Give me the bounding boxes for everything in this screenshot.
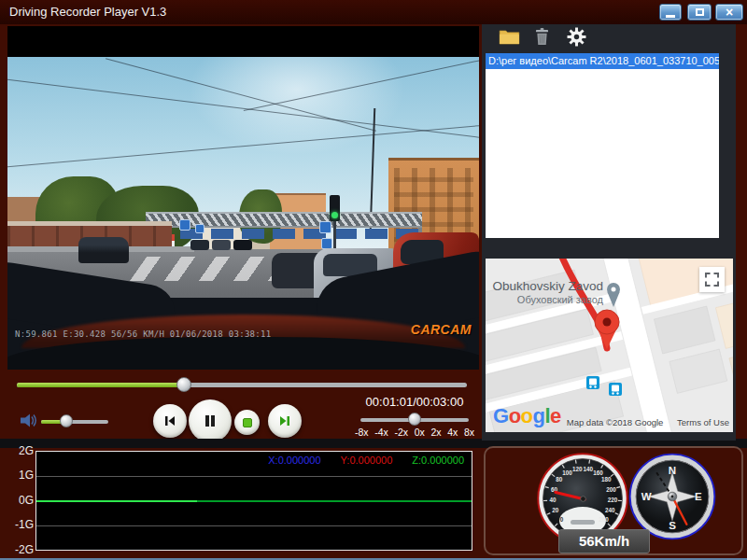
speed-label: -8x: [355, 427, 369, 438]
map-place-label: Obukhovskiy Zavod: [486, 279, 603, 293]
gantry-sign-panels: [149, 229, 418, 239]
volume-thumb[interactable]: [60, 414, 73, 427]
close-icon: ×: [726, 6, 733, 20]
map-data-credit: Map data ©2018 Google: [567, 417, 664, 427]
speed-label: -2x: [394, 427, 408, 438]
svg-text:S: S: [669, 520, 676, 531]
dashcam-frame: N:59.861 E:30.428 56/56 KM/H 01/06/2018 …: [7, 57, 479, 370]
file-list-item[interactable]: D:\рег видео\Carcam R2\2018_0601_033710_…: [486, 53, 719, 69]
speed-label: -4x: [374, 427, 388, 438]
gsensor-legend: X:0.000000 Y:0.000000 Z:0.000000: [268, 455, 464, 466]
carcam-watermark: CARCAM: [411, 322, 472, 337]
svg-text:100: 100: [562, 469, 572, 476]
map-attribution: Map data ©2018 Google Terms of Use: [567, 417, 729, 427]
trash-icon: [535, 27, 549, 46]
pause-button[interactable]: [189, 399, 232, 442]
volume-button[interactable]: [20, 413, 38, 428]
window-title: Driving Recorder Player V1.3: [9, 5, 166, 19]
g-axis-label: 2G: [6, 444, 34, 457]
z-value: Z:0.000000: [412, 455, 464, 466]
g-axis-label: -2G: [6, 543, 34, 556]
g-axis-label: -1G: [6, 518, 34, 531]
transit-icon: [586, 376, 599, 389]
distant-cars: [190, 240, 252, 250]
stop-icon: [243, 418, 252, 427]
svg-text:160: 160: [593, 469, 603, 476]
parked-suv: [78, 237, 129, 263]
maximize-icon: [696, 8, 704, 16]
terms-of-use-link[interactable]: Terms of Use: [677, 417, 729, 427]
file-list: D:\рег видео\Carcam R2\2018_0601_033710_…: [486, 53, 719, 238]
pause-icon: [203, 413, 218, 429]
speed-label: 4x: [447, 427, 458, 438]
google-logo[interactable]: Google: [493, 404, 561, 428]
video-display: N:59.861 E:30.428 56/56 KM/H 01/06/2018 …: [7, 26, 479, 370]
road-sign: [195, 224, 204, 233]
speed-thumb[interactable]: [408, 413, 421, 426]
speed-label: 0x: [415, 427, 425, 438]
svg-text:E: E: [695, 491, 702, 502]
app-window: Driving Recorder Player V1.3 ×: [0, 0, 747, 560]
speed-label: 8x: [464, 427, 474, 438]
svg-text:120: 120: [572, 466, 583, 472]
transit-icon: [609, 383, 622, 396]
g-axis-label: 1G: [6, 469, 34, 482]
svg-text:N: N: [669, 465, 676, 476]
time-display: 00:01:01/00:03:00: [358, 395, 472, 409]
map-view[interactable]: Obukhovskiy Zavod Обуховский завод Googl…: [486, 259, 733, 432]
compass-gauge: N E S W: [627, 452, 717, 541]
previous-button[interactable]: [153, 404, 187, 438]
seek-progress: [17, 383, 183, 387]
previous-icon: [163, 414, 176, 427]
next-button[interactable]: [268, 404, 302, 438]
delete-button[interactable]: [535, 27, 549, 49]
x-value: X:0.000000: [268, 455, 320, 466]
settings-button[interactable]: [567, 27, 586, 50]
svg-text:0: 0: [560, 516, 564, 523]
gsensor-chart: X:0.000000 Y:0.000000 Z:0.000000: [35, 451, 472, 551]
svg-text:180: 180: [601, 476, 612, 483]
gridline: [36, 525, 472, 526]
close-button[interactable]: ×: [715, 4, 743, 21]
fullscreen-icon: [704, 272, 720, 287]
folder-icon: [499, 29, 520, 45]
gsensor-line-played: [36, 500, 197, 502]
speed-readout: 56Km/h: [558, 529, 650, 553]
file-path: D:\рег видео\Carcam R2\2018_0601_033710_…: [488, 55, 719, 66]
speed-labels: -8x -4x -2x 0x 2x 4x 8x: [355, 427, 474, 438]
svg-text:40: 40: [550, 497, 557, 503]
minimize-button[interactable]: [659, 4, 682, 21]
stop-button[interactable]: [234, 410, 260, 435]
svg-text:260: 260: [599, 516, 609, 523]
fullscreen-button[interactable]: [699, 267, 725, 292]
speed-label: 2x: [430, 427, 441, 438]
green-light: [331, 212, 338, 218]
seek-bar[interactable]: [17, 383, 467, 387]
gridline: [36, 476, 472, 477]
volume-slider[interactable]: [41, 420, 108, 424]
speaker-icon: [20, 413, 38, 428]
svg-text:20: 20: [552, 507, 559, 513]
gauges-panel: 0 20 40 60 80 100 120 140 160 180 200 22…: [484, 446, 743, 555]
svg-text:200: 200: [606, 486, 616, 493]
gps-overlay-text: N:59.861 E:30.428 56/56 KM/H 01/06/2018 …: [15, 329, 272, 339]
title-bar: Driving Recorder Player V1.3: [0, 0, 747, 24]
map-place-label-ru: Обуховский завод: [486, 294, 603, 305]
minimize-icon: [666, 15, 675, 18]
maximize-button[interactable]: [687, 4, 712, 21]
gear-icon: [567, 27, 586, 47]
svg-text:W: W: [641, 491, 652, 502]
svg-text:240: 240: [605, 507, 615, 513]
g-axis-label: 0G: [6, 494, 34, 507]
road-sign: [179, 219, 190, 231]
seek-thumb[interactable]: [176, 377, 191, 392]
open-folder-button[interactable]: [499, 29, 520, 49]
svg-text:140: 140: [584, 466, 594, 472]
next-icon: [278, 414, 291, 427]
crosswalk-sign: [319, 221, 331, 233]
y-value: Y:0.000000: [341, 455, 393, 466]
svg-text:80: 80: [556, 476, 563, 483]
svg-text:220: 220: [608, 497, 618, 503]
traffic-light: [330, 195, 340, 221]
